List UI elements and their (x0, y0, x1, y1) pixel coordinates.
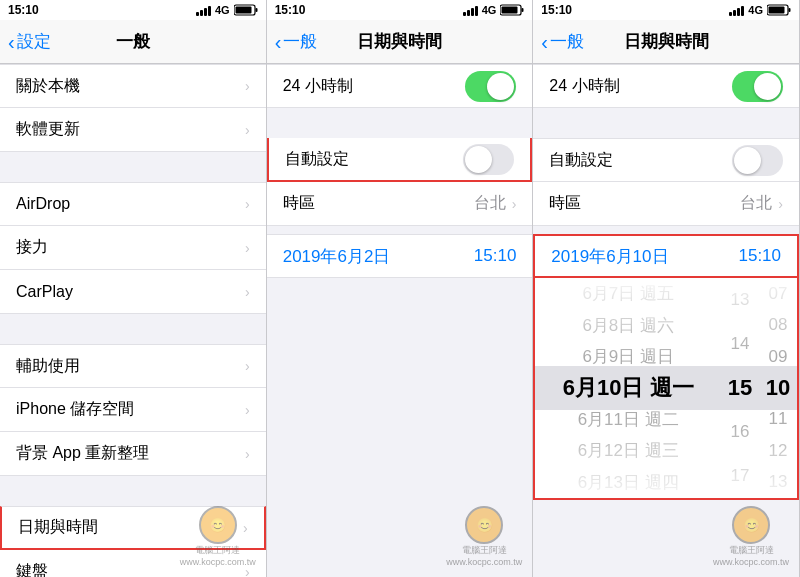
picker-hour-0: 13 (721, 278, 759, 322)
row-label-timezone-3: 時區 (549, 193, 740, 214)
chevron-about: › (245, 78, 250, 94)
picker-date-0: 6月7日 週五 (535, 278, 721, 309)
toggle-24h[interactable] (465, 71, 516, 102)
picker-date-1: 6月8日 週六 (535, 309, 721, 340)
back-button-1[interactable]: ‹ 設定 (8, 30, 51, 53)
chevron-accessibility: › (245, 358, 250, 374)
picker-min-5: 12 (759, 435, 797, 466)
row-label-bg-app: 背景 App 重新整理 (16, 443, 245, 464)
timezone-value-3: 台北 (740, 193, 772, 214)
picker-date-col[interactable]: 6月7日 週五 6月8日 週六 6月9日 週日 6月10日 週一 6月11日 週… (535, 278, 721, 498)
watermark-url-1: www.kocpc.com.tw (180, 557, 256, 567)
svg-rect-4 (522, 8, 524, 12)
battery-icon-1 (234, 4, 258, 16)
nav-bar-2: ‹ 一般 日期與時間 (267, 20, 533, 64)
svg-rect-7 (789, 8, 791, 12)
row-label-auto: 自動設定 (285, 149, 464, 170)
back-button-3[interactable]: ‹ 一般 (541, 30, 584, 53)
back-arrow-icon-3: ‹ (541, 32, 548, 52)
back-label-1: 設定 (17, 30, 51, 53)
row-timezone-3[interactable]: 時區 台北 › (533, 182, 799, 226)
toggle-24h-3[interactable] (732, 71, 783, 102)
nav-title-2: 日期與時間 (357, 30, 442, 53)
section-auto: 自動設定 時區 台北 › (267, 138, 533, 226)
picker-min-4: 11 (759, 404, 797, 435)
row-timezone[interactable]: 時區 台北 › (267, 182, 533, 226)
watermark-3: 😊 電腦王阿達 www.kocpc.com.tw (713, 506, 789, 567)
row-24h[interactable]: 24 小時制 (267, 64, 533, 108)
picker-date-5: 6月12日 週三 (535, 435, 721, 466)
row-carplay[interactable]: CarPlay › (0, 270, 266, 314)
signal-icon-2 (463, 4, 478, 16)
row-accessibility[interactable]: 輔助使用 › (0, 344, 266, 388)
picker-hour-3: 16 (721, 410, 759, 454)
svg-rect-8 (769, 7, 785, 14)
signal-icon-3 (729, 4, 744, 16)
row-auto-3[interactable]: 自動設定 (533, 138, 799, 182)
back-button-2[interactable]: ‹ 一般 (275, 30, 318, 53)
picker-date-2: 6月9日 週日 (535, 341, 721, 372)
watermark-text-1: 電腦王阿達 (195, 544, 240, 557)
date-picker[interactable]: 6月7日 週五 6月8日 週六 6月9日 週日 6月10日 週一 6月11日 週… (533, 278, 799, 500)
picker-min-1: 08 (759, 309, 797, 340)
watermark-url-3: www.kocpc.com.tw (713, 557, 789, 567)
chevron-carplay: › (245, 284, 250, 300)
toggle-auto-3[interactable] (732, 145, 783, 176)
row-label-auto-3: 自動設定 (549, 150, 732, 171)
toggle-auto[interactable] (463, 144, 514, 175)
section-3: 輔助使用 › iPhone 儲存空間 › 背景 App 重新整理 › (0, 344, 266, 476)
svg-rect-2 (235, 7, 251, 14)
status-bar-2: 15:10 4G (267, 0, 533, 20)
row-about[interactable]: 關於本機 › (0, 64, 266, 108)
row-label-24h: 24 小時制 (283, 76, 466, 97)
status-right-2: 4G (463, 4, 525, 16)
picker-hour-1: 14 (721, 322, 759, 366)
settings-list-3: 24 小時制 自動設定 時區 台北 › 2019年 (533, 64, 799, 577)
settings-list-2: 24 小時制 自動設定 時區 台北 › 2019年 (267, 64, 533, 577)
panel-settings-general: 15:10 4G ‹ 設定 一般 (0, 0, 267, 577)
row-auto-set[interactable]: 自動設定 (267, 138, 533, 182)
picker-date-6: 6月13日 週四 (535, 467, 721, 498)
row-label-about: 關於本機 (16, 76, 245, 97)
row-bg-app[interactable]: 背景 App 重新整理 › (0, 432, 266, 476)
status-bar-3: 15:10 4G (533, 0, 799, 20)
section-2: AirDrop › 接力 › CarPlay › (0, 182, 266, 314)
section-24h: 24 小時制 (267, 64, 533, 108)
picker-columns: 6月7日 週五 6月8日 週六 6月9日 週日 6月10日 週一 6月11日 週… (535, 278, 797, 498)
time-1: 15:10 (8, 3, 39, 17)
time-3: 15:10 (541, 3, 572, 17)
picker-min-col[interactable]: 07 08 09 10 11 12 13 (759, 278, 797, 498)
row-handoff[interactable]: 接力 › (0, 226, 266, 270)
row-airdrop[interactable]: AirDrop › (0, 182, 266, 226)
row-label-storage: iPhone 儲存空間 (16, 399, 245, 420)
chevron-timezone: › (512, 196, 517, 212)
watermark-text-2: 電腦王阿達 (462, 544, 507, 557)
watermark-url-2: www.kocpc.com.tw (446, 557, 522, 567)
chevron-airdrop: › (245, 196, 250, 212)
row-software-update[interactable]: 軟體更新 › (0, 108, 266, 152)
section-auto-3: 自動設定 時區 台北 › (533, 138, 799, 226)
time-display-3: 15:10 (738, 246, 781, 266)
row-datetime-display[interactable]: 2019年6月2日 15:10 (267, 234, 533, 278)
row-label-software: 軟體更新 (16, 119, 245, 140)
svg-rect-1 (255, 8, 257, 12)
row-label-timezone: 時區 (283, 193, 474, 214)
row-storage[interactable]: iPhone 儲存空間 › (0, 388, 266, 432)
network-type-1: 4G (215, 4, 230, 16)
picker-hour-col[interactable]: 13 14 15 16 17 (721, 278, 759, 498)
back-arrow-icon-1: ‹ (8, 32, 15, 52)
picker-date-3: 6月10日 週一 (535, 372, 721, 403)
watermark-2: 😊 電腦王阿達 www.kocpc.com.tw (446, 506, 522, 567)
battery-icon-3 (767, 4, 791, 16)
status-right-1: 4G (196, 4, 258, 16)
panel-datetime-2: 15:10 4G ‹ 一般 日期與時間 24 (533, 0, 800, 577)
row-label-accessibility: 輔助使用 (16, 356, 245, 377)
row-24h-3[interactable]: 24 小時制 (533, 64, 799, 108)
picker-min-0: 07 (759, 278, 797, 309)
chevron-storage: › (245, 402, 250, 418)
row-datetime-display-3[interactable]: 2019年6月10日 15:10 (533, 234, 799, 278)
back-arrow-icon-2: ‹ (275, 32, 282, 52)
status-right-3: 4G (729, 4, 791, 16)
back-label-2: 一般 (283, 30, 317, 53)
timezone-value: 台北 (474, 193, 506, 214)
